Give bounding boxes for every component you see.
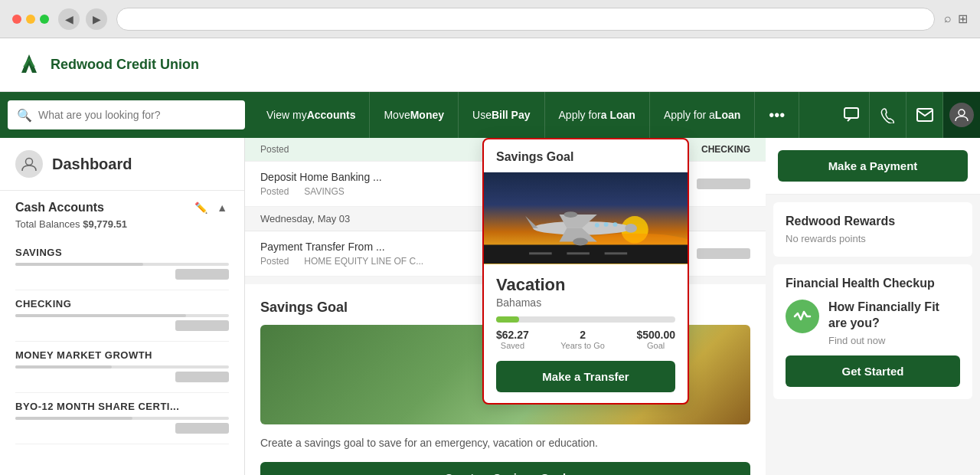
address-bar[interactable]	[116, 8, 935, 31]
dot-yellow[interactable]	[26, 15, 35, 24]
health-body: How Financially Fit are you? Find out no…	[786, 300, 960, 346]
collapse-button[interactable]: ▲	[215, 200, 229, 215]
rewards-text: No rewards points	[786, 233, 960, 244]
goal-sub-destination: Bahamas	[496, 296, 675, 309]
make-transfer-button[interactable]: Make a Transfer	[496, 361, 675, 392]
nav-apply-loan-1[interactable]: Apply for a Loan	[545, 92, 650, 138]
share-cert-balance-bar	[15, 417, 229, 420]
health-heading: How Financially Fit are you?	[828, 300, 960, 332]
transfer-name: Payment Transfer From ...	[260, 241, 423, 253]
account-money-market[interactable]: MONEY MARKET GROWTH	[15, 342, 229, 393]
goal-amount: $500.00	[636, 329, 675, 341]
savings-amount	[15, 269, 229, 282]
svg-point-20	[625, 224, 637, 233]
phone-button[interactable]	[870, 92, 906, 138]
goal-label: Goal	[636, 341, 675, 350]
get-started-button[interactable]: Get Started	[786, 355, 960, 387]
health-subtext: Find out now	[828, 335, 960, 346]
account-checking[interactable]: CHECKING	[15, 290, 229, 342]
goal-stat-goal: $500.00 Goal	[636, 329, 675, 350]
svg-point-28	[612, 222, 617, 227]
svg-point-24	[573, 238, 588, 246]
account-share-cert[interactable]: BYO-12 MONTH SHARE CERTI...	[15, 393, 229, 444]
money-market-balance-bar	[15, 365, 229, 369]
nav-bill-pay[interactable]: Use Bill Pay	[459, 92, 545, 138]
goal-card-image	[484, 172, 688, 264]
app-header: Redwood Credit Union	[0, 38, 980, 92]
svg-point-5	[26, 159, 33, 165]
deposit-type: SAVINGS	[304, 186, 344, 197]
financial-health-card: Financial Health Checkup How Financially…	[773, 264, 972, 399]
nav-apply-loan-2[interactable]: Apply for a Loan	[650, 92, 755, 138]
logo-area: Redwood Credit Union	[15, 51, 199, 79]
svg-point-27	[604, 222, 609, 227]
years-label: Years to Go	[560, 341, 605, 350]
financial-health-title: Financial Health Checkup	[786, 277, 960, 290]
rewards-card: Redwood Rewards No rewards points	[773, 202, 972, 257]
search-input[interactable]	[38, 109, 236, 121]
saved-amount: $62.27	[496, 329, 529, 341]
total-balances: Total Balances $9,779.51	[15, 218, 229, 230]
more-menu-button[interactable]: •••	[755, 92, 799, 138]
browser-chrome: ◀ ▶ ⌕ ⊞	[0, 0, 980, 38]
goal-card-image-inner	[484, 172, 688, 264]
goal-card-header: Savings Goal	[484, 139, 688, 172]
search-icon: 🔍	[17, 108, 32, 123]
cash-accounts-header: Cash Accounts ✏️ ▲	[15, 200, 229, 215]
money-market-balance-fill	[15, 365, 112, 369]
goal-stat-years: 2 Years to Go	[560, 329, 605, 350]
sidebar: Dashboard Cash Accounts ✏️ ▲ Total Balan…	[0, 138, 245, 475]
dot-green[interactable]	[40, 15, 49, 24]
sidebar-avatar	[15, 150, 43, 178]
health-icon	[786, 300, 819, 333]
transaction-type-checking: CHECKING	[701, 144, 750, 155]
nav-view-accounts[interactable]: View my Accounts	[253, 92, 370, 138]
forward-button[interactable]: ▶	[86, 8, 107, 30]
saved-label: Saved	[496, 341, 529, 350]
svg-rect-17	[567, 252, 590, 254]
nav-move-money[interactable]: Move Money	[370, 92, 459, 138]
back-button[interactable]: ◀	[58, 8, 80, 30]
make-payment-wrapper: Make a Payment	[766, 138, 980, 195]
make-payment-button[interactable]: Make a Payment	[778, 150, 968, 182]
transfer-type: HOME EQUITY LINE OF C...	[304, 256, 423, 267]
browser-dots	[12, 15, 49, 24]
checking-balance-bar	[15, 314, 229, 317]
logo-text: Redwood Credit Union	[51, 57, 199, 73]
share-cert-amount	[15, 423, 229, 436]
svg-rect-2	[844, 108, 858, 118]
nav-actions	[833, 92, 980, 138]
transaction-status: Posted	[260, 144, 289, 155]
mail-button[interactable]	[906, 92, 943, 138]
transaction-deposit-name: Deposit Home Banking ...	[260, 171, 382, 183]
checking-balance-fill	[15, 314, 186, 317]
search-area[interactable]: 🔍	[8, 100, 245, 129]
cash-accounts-section: Cash Accounts ✏️ ▲ Total Balances $9,779…	[0, 191, 244, 454]
svg-marker-0	[21, 54, 37, 73]
progress-bar-background	[496, 316, 675, 323]
create-savings-goal-button[interactable]: Create a Savings Goal	[260, 462, 750, 475]
browser-icons: ⌕ ⊞	[944, 11, 968, 26]
deposit-amount	[697, 179, 750, 189]
goal-destination: Vacation	[496, 275, 675, 295]
user-profile-button[interactable]	[943, 92, 980, 138]
years-to-go: 2	[560, 329, 605, 341]
svg-rect-16	[529, 252, 552, 254]
chat-button[interactable]	[833, 92, 870, 138]
svg-point-25	[564, 211, 577, 218]
rewards-title: Redwood Rewards	[786, 215, 960, 228]
sidebar-header: Dashboard	[0, 138, 244, 191]
logo-icon	[15, 51, 43, 79]
browser-nav: ◀ ▶	[58, 8, 107, 30]
savings-goal-popup-card: Savings Goal	[482, 138, 689, 405]
account-savings[interactable]: SAVINGS	[15, 239, 229, 290]
search-browser-icon: ⌕	[944, 11, 952, 26]
checking-amount	[15, 320, 229, 333]
savings-balance-fill	[15, 263, 143, 266]
avatar	[949, 103, 974, 127]
edit-button[interactable]: ✏️	[193, 200, 209, 215]
dot-red[interactable]	[12, 15, 21, 24]
svg-rect-18	[605, 252, 628, 254]
transfer-status: Posted	[260, 256, 289, 267]
svg-point-4	[959, 110, 965, 116]
